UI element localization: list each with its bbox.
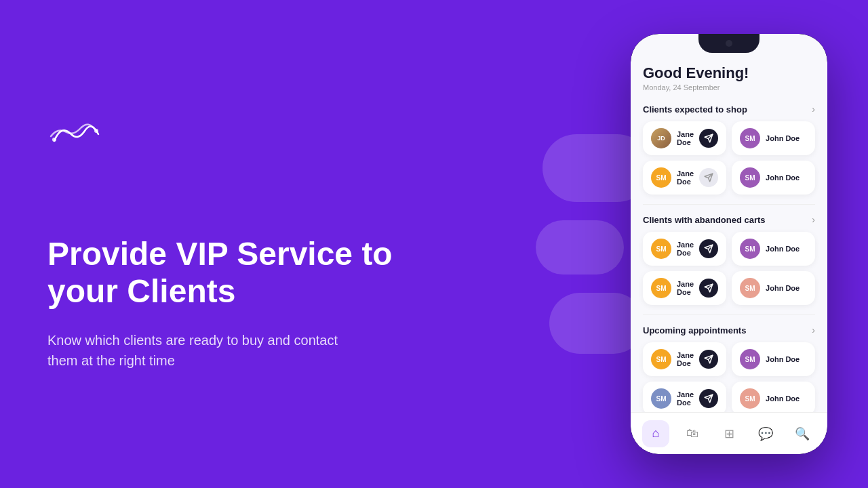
contact-button[interactable] [699,168,718,187]
add-icon: ⊞ [724,426,734,441]
section-divider [643,314,815,315]
phone-notch [698,34,760,53]
client-name: John Doe [766,394,807,403]
client-row: SM Jane Doe SM [643,382,815,412]
contact-button[interactable] [699,239,718,258]
greeting-text: Good Evening! [643,64,815,82]
avatar: SM [740,128,760,148]
client-card[interactable]: SM Jane Doe [643,232,726,266]
client-row: JD Jane Doe [643,121,815,155]
section-header-3: Upcoming appointments › [643,325,815,336]
phone-frame: Good Evening! Monday, 24 September Clien… [631,34,827,454]
blob-2 [536,220,624,274]
nav-item-add[interactable]: ⊞ [715,420,743,447]
logo-icon [47,117,108,151]
client-name: Jane Doe [677,241,694,257]
client-row: SM Jane Doe SM [643,342,815,376]
search-icon: 🔍 [795,426,810,441]
avatar: SM [651,167,671,188]
client-name: Jane Doe [677,130,694,146]
nav-item-home[interactable]: ⌂ [642,420,669,447]
avatar: SM [740,349,760,369]
client-card[interactable]: SM John Doe [732,121,815,155]
client-card[interactable]: JD Jane Doe [643,121,726,155]
client-row: SM Jane Doe SM [643,271,815,305]
home-icon: ⌂ [652,426,660,441]
bottom-nav: ⌂ 🛍 ⊞ 💬 🔍 [631,412,827,454]
client-rows-3: SM Jane Doe SM [643,342,815,412]
nav-item-search[interactable]: 🔍 [789,420,816,447]
client-card[interactable]: SM Jane Doe [643,271,726,305]
svg-point-0 [94,129,98,133]
client-name: John Doe [766,134,807,142]
client-card[interactable]: SM John Doe [732,271,815,305]
client-card[interactable]: SM Jane Doe [643,382,726,412]
send-icon [704,354,713,364]
section-title-3: Upcoming appointments [643,325,746,336]
client-name: Jane Doe [677,280,694,296]
send-icon [704,173,713,182]
chevron-icon-1[interactable]: › [812,104,815,115]
blob-3 [549,293,644,354]
section-header-2: Clients with abandoned carts › [643,214,815,225]
section-title-2: Clients with abandoned carts [643,215,766,225]
client-card[interactable]: SM John Doe [732,342,815,376]
avatar: SM [651,388,671,409]
phone-screen: Good Evening! Monday, 24 September Clien… [631,34,827,454]
client-row: SM Jane Doe SM [643,232,815,266]
client-card[interactable]: SM John Doe [732,161,815,195]
client-card[interactable]: SM John Doe [732,382,815,412]
client-rows-2: SM Jane Doe SM [643,232,815,305]
contact-button[interactable] [699,129,718,148]
send-icon [704,394,713,403]
client-card[interactable]: SM Jane Doe [643,342,726,376]
date-text: Monday, 24 September [643,83,815,92]
chevron-icon-3[interactable]: › [812,325,815,336]
phone-camera [726,40,732,47]
avatar: SM [651,349,671,369]
section-expected-to-shop: Clients expected to shop › JD Jane Doe [643,104,815,195]
avatar: SM [740,239,760,259]
nav-item-chat[interactable]: 💬 [752,420,779,447]
contact-button[interactable] [699,389,718,408]
client-name: Jane Doe [677,169,694,186]
client-name: John Doe [766,284,807,292]
headline: Provide VIP Service to your Clients [47,235,400,310]
svg-point-1 [52,138,56,142]
send-icon [704,283,713,293]
client-name: John Doe [766,355,807,363]
screen-content[interactable]: Good Evening! Monday, 24 September Clien… [631,34,827,412]
shop-icon: 🛍 [686,426,698,441]
section-abandoned-carts: Clients with abandoned carts › SM Jane D… [643,214,815,305]
client-name: John Doe [766,245,807,253]
send-icon [704,134,713,143]
send-icon [704,244,713,253]
avatar: JD [651,128,671,148]
subtext: Know which clients are ready to buy and … [47,330,359,371]
phone-mockup: Good Evening! Monday, 24 September Clien… [631,34,827,454]
client-name: Jane Doe [677,351,694,367]
section-title-1: Clients expected to shop [643,104,747,115]
avatar: SM [740,167,760,188]
contact-button[interactable] [699,350,718,369]
client-card[interactable]: SM Jane Doe [643,161,726,195]
chat-icon: 💬 [758,426,773,441]
client-rows-1: JD Jane Doe [643,121,815,195]
client-name: Jane Doe [677,390,694,407]
avatar: SM [651,278,671,298]
avatar: SM [740,278,760,298]
client-name: John Doe [766,174,807,182]
client-row: SM Jane Doe SM [643,161,815,195]
avatar: SM [740,388,760,409]
section-header-1: Clients expected to shop › [643,104,815,115]
section-upcoming-appointments: Upcoming appointments › SM Jane Doe [643,325,815,412]
contact-button[interactable] [699,279,718,298]
avatar: SM [651,239,671,259]
client-card[interactable]: SM John Doe [732,232,815,266]
nav-item-shop[interactable]: 🛍 [679,420,706,447]
chevron-icon-2[interactable]: › [812,214,815,225]
section-divider [643,204,815,205]
